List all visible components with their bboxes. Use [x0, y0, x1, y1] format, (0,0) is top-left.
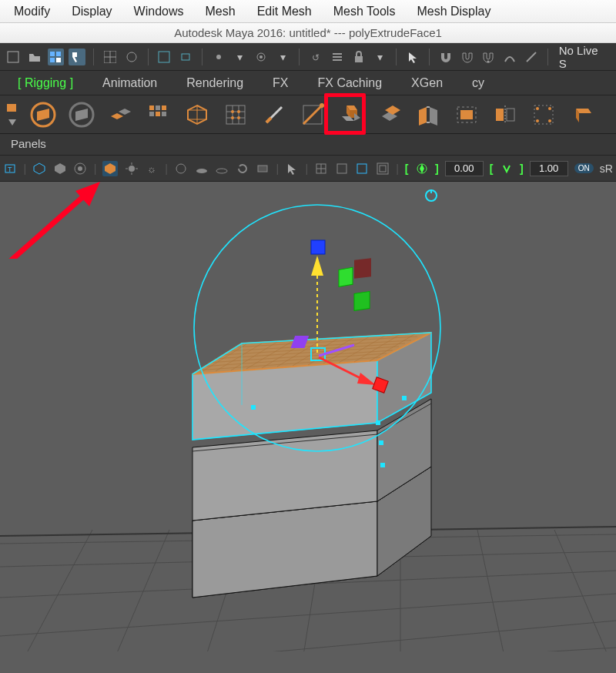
svg-rect-32	[162, 112, 166, 116]
open-icon[interactable]	[26, 49, 43, 65]
camera-select-icon[interactable]: T	[3, 161, 18, 176]
svg-marker-71	[288, 164, 296, 175]
shelf-icon-append[interactable]	[451, 99, 482, 130]
svg-point-22	[487, 60, 490, 62]
xray-joints-icon[interactable]	[215, 161, 229, 176]
svg-text:T: T	[8, 166, 12, 173]
exposure-icon[interactable]	[415, 161, 430, 176]
shelf-icon-subdivide[interactable]	[220, 99, 251, 130]
magnet-curve-icon[interactable]	[501, 49, 518, 65]
textured-icon[interactable]	[102, 161, 118, 176]
shelf-icon-sculpt[interactable]	[528, 99, 559, 130]
tab-rigging[interactable]: [ Rigging ]	[3, 71, 88, 95]
lock-drop-icon[interactable]: ▾	[371, 49, 388, 65]
snap-grid-icon[interactable]	[253, 49, 270, 65]
pick-mask-icon[interactable]	[69, 49, 85, 65]
select-by-hierarchy-icon[interactable]	[156, 49, 173, 65]
grid-toggle-icon[interactable]	[314, 161, 329, 176]
motion-blur-icon[interactable]	[235, 161, 249, 176]
select-by-object-icon[interactable]	[177, 49, 194, 65]
live-surface-label[interactable]: No Live S	[556, 44, 611, 70]
svg-point-67	[176, 164, 186, 173]
svg-point-38	[231, 110, 234, 113]
snap-curve-icon[interactable]: ▾	[232, 49, 249, 65]
svg-rect-0	[8, 52, 18, 62]
svg-point-56	[548, 119, 551, 122]
tab-rendering[interactable]: Rendering	[172, 71, 258, 95]
tab-animation[interactable]: Animation	[88, 71, 172, 95]
cursor-arrow-icon[interactable]	[404, 49, 421, 65]
gamma-field[interactable]: 1.00	[530, 161, 568, 176]
resolution-gate-icon[interactable]	[355, 161, 370, 176]
shelf-icon-smooth[interactable]	[182, 99, 213, 130]
menu-mesh-tools[interactable]: Mesh Tools	[323, 2, 407, 21]
tab-fx-caching[interactable]: FX Caching	[303, 71, 397, 95]
colorspace-label[interactable]: sR	[600, 162, 613, 175]
isolate-icon[interactable]	[174, 161, 189, 176]
film-back-icon[interactable]	[335, 161, 350, 176]
shelf-icon-polycube[interactable]	[66, 99, 97, 130]
shelf-icon-quad-draw[interactable]	[567, 99, 598, 130]
snap-point-icon[interactable]	[210, 49, 227, 65]
shelf	[0, 95, 616, 134]
gamma-bracket-right: ]	[520, 162, 524, 175]
new-scene-icon[interactable]	[5, 49, 22, 65]
menu-mesh-display[interactable]: Mesh Display	[406, 2, 501, 21]
magnet-icon[interactable]	[437, 49, 454, 65]
use-lights-icon[interactable]	[124, 161, 139, 176]
selection-mode-icon[interactable]	[48, 49, 65, 65]
menu-modify[interactable]: Modify	[3, 2, 61, 21]
history-icon[interactable]: ↺	[307, 49, 324, 65]
render-icon[interactable]	[123, 49, 140, 65]
tab-xgen[interactable]: XGen	[397, 71, 457, 95]
svg-marker-24	[8, 119, 16, 126]
shadows-icon[interactable]: ☼	[145, 161, 159, 176]
viewport-3d[interactable]	[0, 182, 616, 651]
menu-windows[interactable]: Windows	[123, 2, 195, 21]
shelf-icon-mirror[interactable]	[490, 99, 521, 130]
svg-rect-29	[162, 105, 166, 110]
film-gate-icon[interactable]	[256, 161, 270, 176]
lock-icon[interactable]	[350, 49, 367, 65]
shelf-icon-target-weld[interactable]	[297, 99, 328, 130]
menu-edit-mesh[interactable]: Edit Mesh	[246, 2, 323, 21]
svg-rect-2	[50, 52, 55, 56]
gate-mask-icon[interactable]	[376, 161, 390, 176]
shelf-icon-combine[interactable]	[105, 99, 136, 130]
shelf-icon-polyplane[interactable]	[28, 99, 59, 130]
magnet-surface-icon[interactable]	[523, 49, 540, 65]
svg-rect-78	[380, 166, 386, 172]
svg-rect-143	[354, 258, 371, 278]
wireshade-icon[interactable]	[73, 161, 88, 176]
gamma-icon[interactable]	[499, 161, 514, 176]
select-tool-icon[interactable]	[285, 161, 300, 176]
color-management-on-badge[interactable]: ON	[574, 163, 594, 173]
magnet-grid-icon[interactable]	[480, 49, 497, 65]
shelf-dropdown-icon[interactable]	[5, 99, 20, 130]
snap-drop-icon[interactable]: ▾	[274, 49, 291, 65]
exposure-field[interactable]: 0.00	[445, 161, 484, 176]
svg-point-13	[216, 55, 221, 59]
svg-rect-131	[379, 440, 383, 445]
menu-mesh[interactable]: Mesh	[195, 2, 246, 21]
svg-rect-141	[354, 292, 370, 311]
svg-marker-1	[29, 54, 40, 62]
list-icon[interactable]	[329, 49, 346, 65]
shelf-icon-separate[interactable]	[143, 99, 174, 130]
wireframe-icon[interactable]	[32, 161, 47, 176]
xray-icon[interactable]	[194, 161, 209, 176]
shelf-icon-multicut[interactable]	[259, 99, 290, 130]
shelf-icon-bridge[interactable]	[413, 99, 444, 130]
tab-cy[interactable]: cy	[457, 71, 499, 95]
magnet-point-icon[interactable]	[459, 49, 476, 65]
tab-fx[interactable]: FX	[258, 71, 303, 95]
status-toolbar: ▾ ▾ ↺ ▾ No Live S	[0, 43, 616, 71]
separator	[396, 49, 397, 65]
menu-display[interactable]: Display	[61, 2, 122, 21]
shaded-icon[interactable]	[53, 161, 68, 176]
shelf-icon-bevel[interactable]	[374, 99, 405, 130]
grid-small-icon[interactable]	[102, 49, 119, 65]
exposure-bracket-left: [	[405, 162, 409, 175]
panels-menu-label[interactable]: Panels	[0, 134, 616, 156]
svg-rect-77	[377, 163, 388, 174]
